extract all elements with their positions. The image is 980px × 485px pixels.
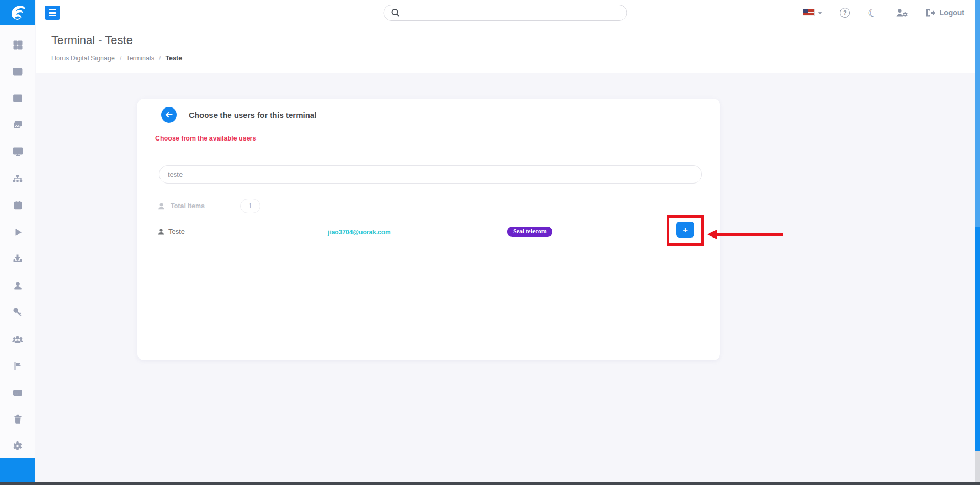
sidebar-item-play[interactable] [0,219,35,245]
bottom-edge-strip [0,482,980,485]
page-scrollbar-thumb[interactable] [975,0,980,227]
logout-icon [925,8,935,17]
header-actions: ? ☾ Logout [803,0,964,25]
sidebar-item-sitemap[interactable] [0,165,35,192]
user-name: Teste [168,228,185,235]
key-icon [13,307,23,317]
sidebar-item-trash[interactable] [0,406,35,433]
breadcrumb-current: Teste [165,55,182,62]
add-user-button[interactable]: + [676,222,694,238]
sidebar-item-key[interactable] [0,299,35,326]
total-items-row: Total items 1 [157,198,260,214]
plus-icon: + [683,225,688,234]
us-flag-icon [803,9,815,16]
company-badge: Seal telecom [507,227,552,237]
breadcrumb-home[interactable]: Horus Digital Signage [51,55,115,62]
sidebar-item-terminals[interactable] [0,138,35,165]
sidebar-item-user-group[interactable] [0,326,35,352]
scrollbar-bottom-cap [975,451,980,485]
flag-icon [13,361,23,371]
sidebar-item-settings[interactable] [0,433,35,459]
user-group-icon [12,335,23,344]
global-search-input[interactable] [405,9,620,17]
calendar-icon [13,200,23,210]
sitemap-icon [13,174,23,184]
back-button[interactable] [161,107,177,123]
card-title: Choose the users for this terminal [189,111,316,120]
breadcrumb-separator: / [159,55,161,62]
main-content: Choose the users for this terminal Choos… [36,73,975,482]
gear-icon [13,441,23,451]
sidebar-scroll-indicator [0,458,35,483]
page-scrollbar-track[interactable] [975,0,980,485]
sidebar-item-flag[interactable] [0,352,35,379]
user-icon [157,228,165,235]
storage-box-icon [13,93,23,103]
dark-mode-toggle[interactable]: ☾ [868,7,878,18]
card-subtitle: Choose from the available users [155,135,256,142]
total-items-count-badge: 1 [240,199,260,213]
user-name-cell: Teste [157,228,185,235]
user-filter-input[interactable] [159,165,702,184]
sidebar-nav [0,31,35,459]
sidebar-item-download[interactable] [0,245,35,272]
sidebar-item-news[interactable] [0,58,35,85]
choose-users-card: Choose the users for this terminal Choos… [137,99,720,360]
page-header: Terminal - Teste Horus Digital Signage /… [36,25,975,73]
language-selector[interactable] [803,9,822,16]
top-header: ? ☾ Logout [36,0,975,25]
news-card-icon [13,67,23,77]
user-row: Teste jiao3704@uorak.com Seal telecom + [137,223,720,242]
account-button[interactable] [896,8,908,18]
sidebar [0,0,35,485]
breadcrumb: Horus Digital Signage / Terminals / Test… [51,55,182,62]
sidebar-item-user[interactable] [0,272,35,299]
search-icon [391,8,400,17]
total-items-label: Total items [171,202,205,210]
user-icon [157,202,165,210]
sidebar-item-media[interactable] [0,112,35,138]
sidebar-item-storage[interactable] [0,85,35,112]
media-gallery-icon [13,120,23,130]
user-gear-icon [896,8,908,18]
help-circle-icon: ? [843,9,847,16]
breadcrumb-terminals[interactable]: Terminals [126,55,154,62]
eagle-icon [8,3,28,22]
play-icon [13,228,23,237]
sidebar-item-calendar[interactable] [0,192,35,219]
trash-icon [13,414,23,424]
help-button[interactable]: ? [840,8,850,18]
arrow-left-icon [165,112,173,118]
horus-eagle-logo[interactable] [0,0,35,25]
user-icon [13,281,23,290]
logout-button[interactable]: Logout [925,8,964,17]
dashboard-grid-icon [13,40,23,50]
user-email[interactable]: jiao3704@uorak.com [328,229,391,236]
global-search[interactable] [384,5,627,21]
sidebar-item-payment[interactable] [0,379,35,406]
download-icon [13,254,23,264]
menu-toggle-button[interactable] [45,6,60,20]
payment-card-icon [13,388,23,397]
chevron-down-icon [818,12,822,14]
breadcrumb-separator: / [120,55,121,62]
hamburger-icon [49,9,56,11]
sidebar-item-dashboard[interactable] [0,31,35,58]
monitor-icon [13,147,23,157]
moon-icon: ☾ [868,7,878,19]
logout-label: Logout [940,8,964,17]
page-title: Terminal - Teste [51,34,133,47]
